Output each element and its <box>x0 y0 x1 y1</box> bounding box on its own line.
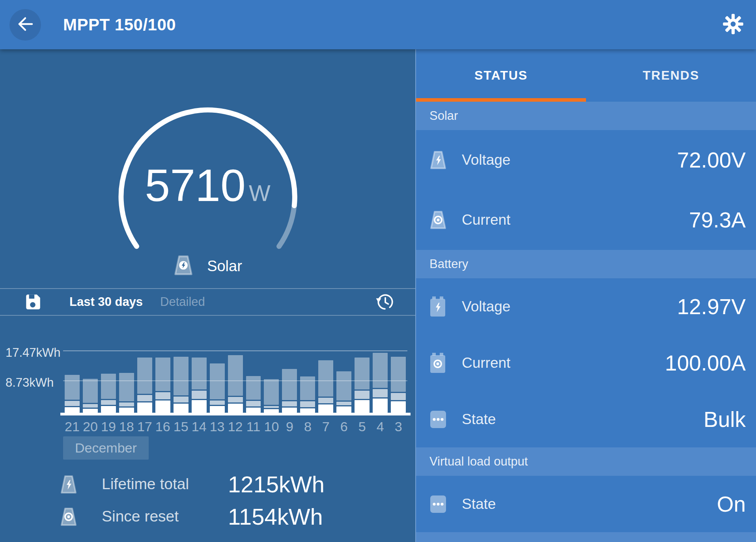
x-axis-label: 21 <box>63 419 81 434</box>
bar-day-11 <box>245 376 263 413</box>
x-axis-labels: 2120191817161514131211109876543 <box>63 419 407 434</box>
bar-segment-bulk <box>119 373 134 401</box>
section-virtual-load-output: Virtual load outputStateOn <box>416 447 756 532</box>
history-icon <box>375 306 395 313</box>
gear-icon <box>722 13 744 37</box>
bar-segment-absorption <box>373 389 388 397</box>
x-axis-label: 3 <box>389 419 407 434</box>
x-axis-label: 7 <box>317 419 335 434</box>
bar-segment-bulk <box>282 369 297 400</box>
y-axis-tick-17: 17.47kWh <box>6 346 63 360</box>
bar-segment-float <box>119 408 134 413</box>
bar-day-12 <box>226 355 245 413</box>
bar-day-4 <box>371 353 389 413</box>
state-dots-icon <box>429 494 448 515</box>
section-title: Virtual load output <box>429 454 528 469</box>
bar-day-8 <box>299 376 317 413</box>
bar-segment-bulk <box>174 357 189 395</box>
header-bar: MPPT 150/100 <box>0 0 756 49</box>
bar-segment-absorption <box>355 391 370 399</box>
bar-segment-float <box>300 408 315 413</box>
bar-segment-absorption <box>318 398 333 403</box>
month-badge[interactable]: December <box>63 436 149 460</box>
solar-power-unit: W <box>249 180 271 206</box>
bar-segment-absorption <box>391 393 406 400</box>
bar-segment-absorption <box>101 400 116 405</box>
bar-day-13 <box>208 363 226 413</box>
status-row-current: Current79.3A <box>416 190 756 250</box>
row-value: Bulk <box>704 407 746 432</box>
solar-bolt-icon <box>429 149 448 171</box>
total-label: Since reset <box>102 508 228 525</box>
tab-trends[interactable]: TRENDS <box>586 49 756 102</box>
bar-segment-bulk <box>318 360 333 397</box>
x-axis-label: 9 <box>280 419 299 434</box>
status-row-voltage: Voltage12.97V <box>416 278 756 335</box>
bar-segment-float <box>228 404 243 413</box>
bar-day-6 <box>335 371 353 413</box>
bar-segment-absorption <box>246 401 261 406</box>
settings-button[interactable] <box>721 13 745 37</box>
bar-segment-float <box>210 406 225 413</box>
total-value: 1215kWh <box>228 471 325 497</box>
total-row: Since reset1154kWh <box>59 500 399 533</box>
bar-segment-absorption <box>336 402 351 405</box>
panel-tabs: STATUS TRENDS <box>416 49 756 102</box>
battery-target-icon <box>429 352 448 374</box>
range-toggle-detailed[interactable]: Detailed <box>160 295 205 309</box>
x-axis-label: 12 <box>226 419 245 434</box>
history-toolbar: Last 30 days Detailed <box>0 288 415 316</box>
bar-series <box>63 316 407 413</box>
bar-segment-bulk <box>336 371 351 400</box>
bar-day-21 <box>63 375 81 413</box>
status-row-voltage: Voltage72.00V <box>416 130 756 190</box>
x-axis-label: 11 <box>245 419 263 434</box>
bar-day-15 <box>172 357 190 413</box>
y-axis-tick-8: 8.73kWh <box>6 376 63 390</box>
tab-status[interactable]: STATUS <box>416 49 586 102</box>
bar-segment-float <box>137 402 152 413</box>
x-axis-label: 8 <box>299 419 317 434</box>
bar-segment-float <box>246 408 261 413</box>
history-button[interactable] <box>375 292 395 312</box>
bar-segment-bulk <box>246 376 261 400</box>
section-header: Solar <box>416 102 756 130</box>
x-axis-label: 16 <box>154 419 172 434</box>
bar-segment-float <box>355 400 370 413</box>
solar-panel-icon <box>173 255 194 277</box>
bar-day-20 <box>81 379 99 413</box>
x-axis-label: 10 <box>262 419 280 434</box>
victronconnect-app: MPPT 150/100 <box>0 0 756 542</box>
bar-segment-bulk <box>373 353 388 388</box>
back-button[interactable] <box>9 9 41 41</box>
row-label: Current <box>462 355 510 371</box>
bar-segment-float <box>101 406 116 413</box>
page-title: MPPT 150/100 <box>63 15 176 34</box>
row-label: Voltage <box>462 298 510 315</box>
bar-segment-float <box>65 407 80 413</box>
bar-segment-absorption <box>300 401 315 407</box>
bar-segment-absorption <box>282 401 297 406</box>
yield-totals: Lifetime total1215kWhSince reset1154kWh <box>59 468 399 533</box>
status-row-current: Current100.00A <box>416 335 756 391</box>
bar-segment-bulk <box>83 379 98 403</box>
back-arrow-icon <box>16 15 35 35</box>
bar-segment-bulk <box>264 379 279 405</box>
bar-segment-bulk <box>210 363 225 399</box>
bar-segment-float <box>83 409 98 413</box>
bar-segment-float <box>373 399 388 413</box>
bar-segment-float <box>318 404 333 413</box>
bar-segment-bulk <box>137 358 152 394</box>
x-axis-label: 5 <box>353 419 371 434</box>
range-toggle-last-30-days[interactable]: Last 30 days <box>69 295 143 309</box>
x-axis-label: 19 <box>99 419 118 434</box>
x-axis-label: 4 <box>371 419 389 434</box>
row-value: 79.3A <box>689 207 746 233</box>
live-data-panel: 5710 W Solar <box>0 49 415 542</box>
save-button[interactable] <box>23 292 43 312</box>
row-label: Voltage <box>462 152 510 168</box>
status-panel: STATUS TRENDS SolarVoltage72.00VCurrent7… <box>415 49 756 542</box>
x-axis-label: 18 <box>118 419 136 434</box>
row-value: 12.97V <box>677 294 746 319</box>
bar-segment-float <box>282 408 297 413</box>
